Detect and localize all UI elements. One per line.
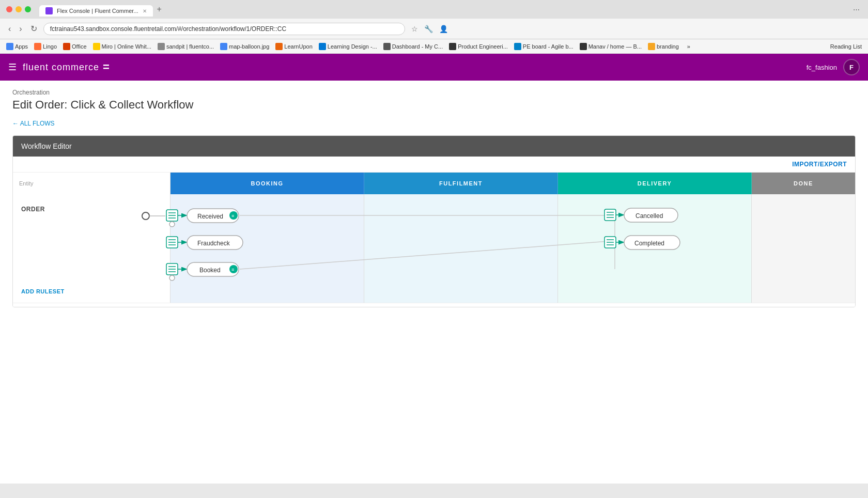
breadcrumb: Orchestration bbox=[12, 89, 856, 96]
apps-bm-icon bbox=[6, 43, 13, 50]
import-export-button[interactable]: IMPORT/EXPORT bbox=[792, 161, 847, 168]
window-controls bbox=[6, 6, 31, 12]
hamburger-menu-button[interactable]: ☰ bbox=[8, 61, 17, 73]
bookmark-branding[interactable]: branding bbox=[648, 43, 679, 50]
fulfilment-header-label: FULFILMENT bbox=[439, 180, 483, 186]
order-entity-text: ORDER bbox=[21, 206, 45, 213]
bookmarks-overflow[interactable]: » bbox=[685, 42, 692, 51]
tab-favicon bbox=[45, 7, 53, 14]
manav-bm-icon bbox=[580, 43, 587, 50]
tab-title: Flex Console | Fluent Commer... bbox=[57, 8, 138, 14]
pe-board-bm-icon bbox=[514, 43, 521, 50]
workflow-bottom-spacer bbox=[13, 303, 855, 307]
tab-close-button[interactable]: ✕ bbox=[143, 8, 147, 14]
new-tab-button[interactable]: + bbox=[153, 5, 166, 14]
svg-text:Received: Received bbox=[197, 213, 223, 220]
brand-equals-icon: = bbox=[103, 60, 110, 74]
bookmark-product-eng[interactable]: Product Engineeri... bbox=[449, 43, 508, 50]
bookmark-lingo[interactable]: Lingo bbox=[34, 43, 57, 50]
bookmark-manav[interactable]: Manav / home — B... bbox=[580, 43, 642, 50]
add-ruleset-button[interactable]: ADD RULESET bbox=[21, 288, 65, 294]
learning-bm-icon bbox=[319, 43, 326, 50]
close-window-dot[interactable] bbox=[6, 6, 12, 12]
delivery-column-header: DELIVERY bbox=[558, 173, 752, 194]
workflow-toolbar: IMPORT/EXPORT bbox=[13, 157, 855, 173]
entity-header-label: Entity bbox=[19, 180, 34, 186]
workflow-svg: Received ≡ bbox=[171, 194, 856, 303]
svg-text:Fraudcheck: Fraudcheck bbox=[197, 240, 230, 247]
browser-window: Flex Console | Fluent Commer... ✕ + ⋯ ‹ … bbox=[0, 0, 868, 498]
workflow-data-area: ORDER ADD RULESET bbox=[13, 194, 855, 303]
bookmark-pe-board[interactable]: PE board - Agile b... bbox=[514, 43, 574, 50]
svg-text:Booked: Booked bbox=[199, 267, 221, 274]
top-navbar: ☰ fluent commerce = fc_fashion F bbox=[0, 54, 868, 81]
product-eng-bm-icon bbox=[449, 43, 456, 50]
extensions-icon[interactable]: 🔧 bbox=[422, 23, 435, 35]
booking-header-label: BOOKING bbox=[251, 180, 283, 186]
miro-bm-icon bbox=[93, 43, 100, 50]
sandpit-bm-icon bbox=[158, 43, 165, 50]
browser-titlebar: Flex Console | Fluent Commer... ✕ + ⋯ bbox=[0, 0, 868, 19]
bookmark-reading-list[interactable]: Reading List bbox=[830, 43, 862, 50]
fulfilment-column-header: FULFILMENT bbox=[364, 173, 558, 194]
done-column-header: DONE bbox=[752, 173, 855, 194]
bookmark-office[interactable]: Office bbox=[63, 43, 87, 50]
ruleset-icon-booked bbox=[166, 263, 178, 275]
bookmark-dashboard[interactable]: Dashboard - My C... bbox=[383, 43, 443, 50]
page-header: Orchestration Edit Order: Click & Collec… bbox=[0, 81, 868, 116]
office-bm-icon bbox=[63, 43, 70, 50]
brand-name: fluent commerce bbox=[23, 62, 99, 73]
browser-menu-button[interactable]: ⋯ bbox=[853, 6, 860, 13]
workflow-editor-section: Workflow Editor IMPORT/EXPORT Entity BOO… bbox=[12, 135, 856, 307]
ruleset-icon-fraudcheck bbox=[166, 237, 178, 248]
user-avatar[interactable]: F bbox=[843, 59, 860, 75]
ruleset-icon-cancelled bbox=[605, 209, 616, 221]
back-link-container: ← ALL FLOWS bbox=[0, 116, 868, 135]
booking-column-header: BOOKING bbox=[171, 173, 364, 194]
workflow-editor-header: Workflow Editor bbox=[13, 136, 855, 157]
page-title: Edit Order: Click & Collect Workflow bbox=[12, 98, 856, 112]
order-entity-label: ORDER bbox=[21, 206, 45, 213]
user-initials: F bbox=[849, 64, 854, 71]
column-headers-row: Entity BOOKING FULFILMENT DELIVERY DONE bbox=[13, 173, 855, 194]
done-header-label: DONE bbox=[794, 180, 813, 186]
svg-text:Cancelled: Cancelled bbox=[636, 212, 663, 220]
nodes-overlay: ORDER ADD RULESET bbox=[13, 194, 855, 303]
bookmark-icon[interactable]: ☆ bbox=[409, 23, 420, 35]
workflow-editor-title: Workflow Editor bbox=[21, 142, 72, 150]
app-container: ☰ fluent commerce = fc_fashion F Orchest… bbox=[0, 54, 868, 484]
profile-icon[interactable]: 👤 bbox=[437, 23, 450, 35]
bookmark-sandpit[interactable]: sandpit | fluentco... bbox=[158, 43, 214, 50]
bookmarks-bar: Apps Lingo Office Miro | Online Whit... … bbox=[0, 39, 868, 54]
branding-bm-icon bbox=[648, 43, 655, 50]
lingo-bm-icon bbox=[34, 43, 41, 50]
all-flows-link[interactable]: ← ALL FLOWS bbox=[12, 120, 856, 127]
forward-button[interactable]: › bbox=[17, 22, 24, 36]
start-circle bbox=[142, 212, 149, 220]
ruleset-icon-completed bbox=[605, 237, 616, 248]
svg-text:Completed: Completed bbox=[634, 240, 664, 247]
bookmark-learnupon[interactable]: LearnUpon bbox=[275, 43, 312, 50]
url-input[interactable] bbox=[43, 23, 405, 35]
bookmark-learning[interactable]: Learning Design -... bbox=[319, 43, 377, 50]
user-name-label: fc_fashion bbox=[807, 64, 837, 71]
learnupon-bm-icon bbox=[275, 43, 283, 50]
bookmark-map[interactable]: map-balloon.jpg bbox=[220, 43, 269, 50]
connector-dot-1 bbox=[169, 222, 175, 227]
svg-text:≡: ≡ bbox=[231, 267, 234, 272]
address-actions: ☆ 🔧 👤 bbox=[409, 23, 450, 35]
bookmark-miro[interactable]: Miro | Online Whit... bbox=[93, 43, 151, 50]
maximize-window-dot[interactable] bbox=[25, 6, 31, 12]
minimize-window-dot[interactable] bbox=[16, 6, 22, 12]
nav-right: fc_fashion F bbox=[807, 59, 860, 75]
svg-line-22 bbox=[240, 241, 615, 269]
connector-dot-2 bbox=[169, 275, 175, 281]
entity-column-header: Entity bbox=[13, 173, 171, 194]
active-tab[interactable]: Flex Console | Fluent Commer... ✕ bbox=[39, 5, 153, 17]
brand-logo[interactable]: fluent commerce = bbox=[23, 60, 110, 74]
address-bar: ‹ › ↻ ☆ 🔧 👤 bbox=[0, 19, 868, 39]
delivery-header-label: DELIVERY bbox=[638, 180, 672, 186]
refresh-button[interactable]: ↻ bbox=[28, 22, 39, 36]
back-button[interactable]: ‹ bbox=[6, 22, 13, 36]
bookmark-apps[interactable]: Apps bbox=[6, 43, 28, 50]
